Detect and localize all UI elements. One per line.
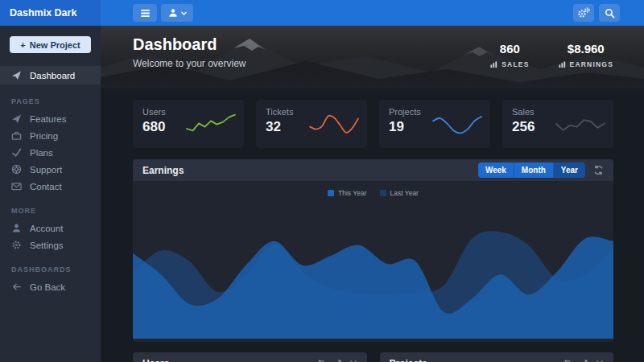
chevron-down-icon [181, 11, 187, 15]
top-header: Dashmix Dark [0, 0, 644, 26]
hero-stat-value: 860 [490, 42, 529, 56]
sidebar-item-label: Pricing [30, 131, 58, 141]
stat-card-users: Users 680 [133, 100, 244, 148]
brand[interactable]: Dashmix Dark [0, 0, 101, 26]
refresh-icon [593, 165, 604, 175]
envelope-icon [11, 181, 23, 191]
bar-chart-icon [490, 61, 497, 68]
chart-legend: This Year Last Year [133, 189, 613, 197]
legend-label: This Year [338, 189, 366, 197]
sparkline-chart [308, 109, 361, 138]
block-refresh-button[interactable] [564, 360, 572, 362]
panel-title: Users [142, 358, 169, 362]
hero-stat-label: EARNINGS [570, 60, 613, 68]
app-root: Dashmix Dark [0, 0, 644, 362]
refresh-icon [317, 360, 325, 362]
check-icon [11, 147, 23, 158]
sidebar-item-support[interactable]: Support [0, 161, 101, 178]
sparkline-chart [431, 109, 484, 138]
legend-item-last-year[interactable]: Last Year [380, 189, 419, 197]
sidebar-section-more: MORE [0, 207, 101, 215]
new-project-label: New Project [30, 40, 80, 50]
earnings-panel-body: This Year Last Year [133, 181, 613, 342]
hero-stats: 860 SALES $8.960 EARNINGS [490, 42, 613, 68]
sidebar-toggle-button[interactable] [133, 4, 157, 22]
sidebar-item-label: Account [30, 224, 64, 233]
stat-card-tickets: Tickets 32 [256, 100, 367, 148]
sidebar-item-label: Features [30, 114, 66, 124]
expand-icon [333, 360, 341, 362]
refresh-button[interactable] [593, 165, 604, 175]
bar-chart-icon [559, 61, 566, 68]
sidebar-item-settings[interactable]: Settings [0, 237, 101, 253]
close-icon [349, 360, 357, 362]
panel-title: Projects [390, 358, 427, 362]
cogs-icon [577, 7, 590, 19]
settings-cogs-button[interactable] [573, 4, 594, 22]
gear-icon [11, 240, 23, 250]
expand-icon [580, 360, 588, 362]
block-expand-button[interactable] [580, 360, 588, 362]
page-title: Dashboard [133, 35, 217, 54]
hero-banner: Dashboard Welcome to your overview 860 S… [101, 26, 644, 88]
sidebar-section-pages: PAGES [0, 97, 101, 105]
range-button-month[interactable]: Month [514, 162, 553, 178]
bottom-block-projects: Projects [380, 352, 614, 362]
sidebar-section-dashboards: DASHBOARDS [0, 265, 101, 274]
user-icon [168, 8, 178, 18]
bottom-blocks-row: Users Project [133, 352, 613, 362]
sidebar-item-plans[interactable]: Plans [0, 144, 101, 161]
legend-label: Last Year [390, 189, 419, 197]
paper-plane-icon [11, 113, 23, 124]
block-expand-button[interactable] [333, 360, 341, 362]
arrow-left-icon [11, 282, 23, 292]
bottom-block-users: Users [133, 352, 367, 362]
sidebar-item-label: Settings [30, 241, 64, 250]
sidebar-item-label: Support [30, 165, 62, 175]
block-close-button[interactable] [596, 360, 604, 362]
sidebar-item-contact[interactable]: Contact [0, 178, 101, 195]
hero-stat-earnings: $8.960 EARNINGS [559, 42, 613, 68]
hero-stat-sales: 860 SALES [490, 42, 529, 68]
search-button[interactable] [599, 4, 620, 22]
sparkline-chart [184, 109, 237, 138]
range-button-year[interactable]: Year [553, 162, 585, 178]
stat-card-sales: Sales 256 [502, 100, 613, 148]
sidebar-item-label: Contact [30, 182, 62, 191]
menu-icon [140, 9, 151, 18]
user-icon [11, 223, 23, 233]
legend-item-this-year[interactable]: This Year [328, 189, 366, 197]
briefcase-icon [11, 130, 23, 141]
refresh-icon [564, 360, 572, 362]
sidebar-item-label: Go Back [30, 282, 65, 292]
block-refresh-button[interactable] [317, 360, 325, 362]
earnings-area-chart [133, 205, 613, 339]
panel-title: Earnings [142, 165, 184, 176]
page-subtitle: Welcome to your overview [133, 58, 246, 69]
stat-card-projects: Projects 19 [379, 100, 490, 148]
user-menu-button[interactable] [161, 4, 193, 22]
block-close-button[interactable] [349, 360, 357, 362]
sidebar-item-label: Dashboard [30, 71, 75, 80]
hero-stat-value: $8.960 [559, 42, 613, 56]
sidebar: + New Project Dashboard PAGES Features P… [0, 26, 101, 362]
legend-swatch [328, 190, 334, 196]
search-icon [605, 8, 615, 19]
range-button-week[interactable]: Week [478, 162, 514, 178]
sidebar-item-go-back[interactable]: Go Back [0, 278, 101, 295]
plus-icon: + [20, 40, 25, 50]
close-icon [596, 360, 604, 362]
range-button-group: Week Month Year [478, 162, 585, 178]
sidebar-item-pricing[interactable]: Pricing [0, 127, 101, 144]
legend-swatch [380, 190, 386, 196]
sidebar-item-dashboard[interactable]: Dashboard [0, 66, 101, 84]
stat-cards-row: Users 680 Tickets 32 Projects 19 Sales 2… [133, 100, 613, 148]
hero-stat-label: SALES [502, 60, 529, 68]
sidebar-item-features[interactable]: Features [0, 110, 101, 127]
earnings-panel: Earnings Week Month Year [133, 159, 613, 342]
sidebar-item-account[interactable]: Account [0, 220, 101, 237]
sparkline-chart [554, 109, 607, 138]
main-content: Users 680 Tickets 32 Projects 19 Sales 2… [133, 100, 613, 362]
new-project-button[interactable]: + New Project [10, 36, 91, 53]
brand-title: Dashmix Dark [10, 7, 76, 19]
